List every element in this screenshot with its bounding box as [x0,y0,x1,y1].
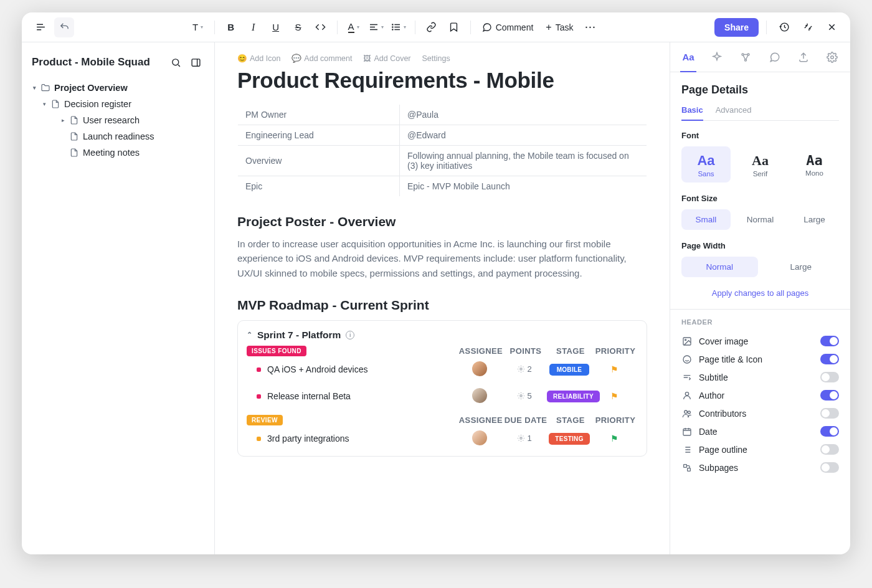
settings-action[interactable]: Settings [422,54,450,63]
meta-value[interactable]: @Edward [400,125,647,146]
more-button[interactable]: ··· [581,17,600,37]
meta-value[interactable]: Following annual planning, the Mobile te… [400,146,647,176]
link-button[interactable] [422,17,442,37]
toggle-label: Date [699,427,814,437]
list-dropdown[interactable]: ▾ [389,17,409,37]
toggle-switch[interactable] [820,426,839,437]
code-button[interactable] [311,17,331,37]
width-option[interactable]: Normal [681,257,758,277]
svg-point-16 [685,410,688,414]
add-icon-action[interactable]: 😊 Add Icon [237,54,280,63]
text-style-dropdown[interactable]: T▾ [188,17,208,37]
status-dot [257,368,261,372]
priority-cell[interactable]: ⚑ [592,391,637,401]
collapse-icon[interactable] [798,17,818,37]
assignee-avatar[interactable] [457,361,502,378]
bold-button[interactable]: B [221,17,241,37]
svg-point-14 [683,356,691,363]
priority-cell[interactable]: ⚑ [592,364,637,374]
task-row[interactable]: Release internal Beta 5 RELIABILITY ⚑ [247,383,638,410]
group-label[interactable]: REVIEW [247,415,283,425]
comment-button[interactable]: Comment [477,17,539,37]
panel-toggle-icon[interactable] [187,54,204,71]
add-comment-action[interactable]: 💬 Add comment [291,54,352,63]
bookmark-button[interactable] [444,17,464,37]
add-cover-action[interactable]: 🖼 Add Cover [363,54,410,63]
left-sidebar: Product - Mobile Squad ▾Project Overview… [22,42,215,554]
svg-rect-4 [192,59,200,65]
toggle-switch[interactable] [820,408,839,419]
search-icon[interactable] [167,54,184,71]
stage-cell[interactable]: RELIABILITY [547,391,592,402]
text-color-dropdown[interactable]: A▾ [344,17,364,37]
status-dot [257,394,261,399]
points-cell[interactable]: 1 [502,434,547,444]
right-panel: Aa Page Details Basic Advanced Font AaSa… [670,42,850,554]
stage-cell[interactable]: MOBILE [547,364,592,376]
underline-button[interactable]: U [266,17,286,37]
outline-icon [681,445,693,455]
toggle-switch[interactable] [820,462,839,473]
tab-export[interactable] [789,42,818,72]
size-option[interactable]: Large [790,209,839,230]
meta-value[interactable]: Epic - MVP Mobile Launch [400,176,647,197]
assignee-avatar[interactable] [457,430,502,447]
width-option[interactable]: Large [763,257,840,277]
poster-body[interactable]: In order to increase user acquisition op… [237,237,647,280]
tab-comments[interactable] [761,42,789,72]
apply-all-link[interactable]: Apply changes to all pages [681,288,839,298]
toggle-switch[interactable] [820,390,839,401]
undo-button[interactable] [54,17,74,37]
task-row[interactable]: QA iOS + Android devices 2 MOBILE ⚑ [247,356,638,383]
strikethrough-button[interactable]: S [288,17,308,37]
close-icon[interactable] [822,17,841,37]
svg-point-11 [831,55,834,59]
toggle-switch[interactable] [820,372,839,382]
priority-cell[interactable]: ⚑ [592,434,637,443]
width-label: Page Width [681,241,839,250]
tree-item[interactable]: ▾Project Overview [28,80,208,96]
task-name: Release internal Beta [267,391,351,401]
font-option-sans[interactable]: AaSans [681,146,731,183]
tree-item[interactable]: ▸User research [28,112,208,128]
toggle-row: Page outline [681,440,839,458]
subtab-advanced[interactable]: Advanced [716,105,752,120]
sprint-card: ⌃ Sprint 7 - Platform i ISSUES FOUND ASS… [237,320,647,457]
tree-item[interactable]: Launch readiness [28,128,208,145]
task-row[interactable]: 3rd party integrations 1 TESTING ⚑ [247,425,638,452]
font-option-mono[interactable]: AaMono [790,146,839,183]
group-label[interactable]: ISSUES FOUND [247,346,306,356]
share-button[interactable]: Share [714,18,759,37]
tab-typography[interactable]: Aa [674,42,703,72]
header-section-label: HEADER [681,318,839,326]
assignee-avatar[interactable] [457,388,502,405]
tab-relations[interactable] [731,42,760,72]
stage-cell[interactable]: TESTING [547,433,592,445]
info-icon[interactable]: i [346,331,354,339]
history-icon[interactable] [774,17,794,37]
size-option[interactable]: Normal [736,209,785,230]
page-title[interactable]: Product Requirements - Mobile [237,68,647,93]
tab-ai[interactable] [703,42,731,72]
subtab-basic[interactable]: Basic [681,105,703,121]
points-cell[interactable]: 5 [502,391,547,402]
task-button[interactable]: + Task [541,17,578,37]
toggle-label: Subpages [699,463,814,473]
col-header: PRIORITY [593,346,638,356]
size-option[interactable]: Small [681,209,731,230]
toggle-switch[interactable] [820,336,839,346]
toggle-label: Contributors [699,409,814,419]
tree-item[interactable]: ▾Decision register [28,96,208,112]
sprint-header[interactable]: ⌃ Sprint 7 - Platform i [247,330,638,341]
toggle-switch[interactable] [820,444,839,455]
points-cell[interactable]: 2 [502,364,547,375]
tree-item[interactable]: Meeting notes [28,145,208,161]
italic-button[interactable]: I [244,17,263,37]
menu-icon[interactable] [31,17,50,37]
meta-value[interactable]: @Paula [400,105,647,125]
font-option-serif[interactable]: AaSerif [736,146,785,183]
tab-settings[interactable] [818,42,846,72]
svg-point-2 [392,29,392,30]
toggle-switch[interactable] [820,354,839,364]
align-dropdown[interactable]: ▾ [366,17,386,37]
